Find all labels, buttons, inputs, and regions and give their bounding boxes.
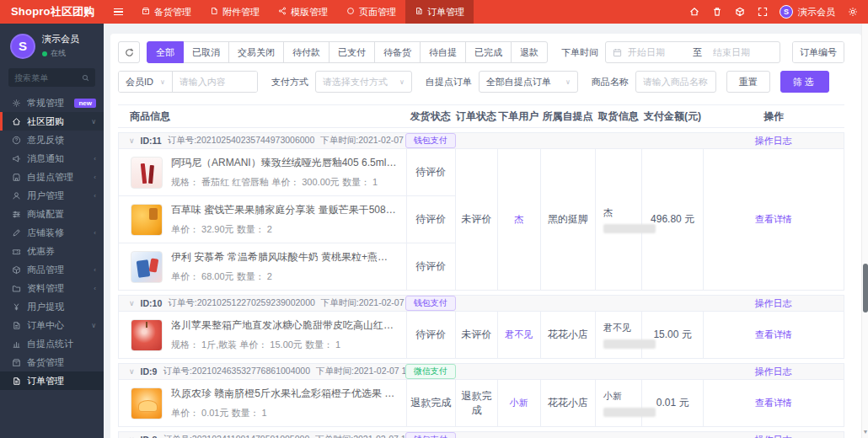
top-nav-item-4[interactable]: 页面管理: [337, 0, 405, 24]
status-tab-9[interactable]: 退款: [511, 41, 548, 63]
top-nav-item-2[interactable]: 附件管理: [201, 0, 269, 24]
fullscreen-icon[interactable]: [757, 7, 768, 18]
order-group-header: ∨ID:9订单号:202102463532776861004000下单时间:20…: [118, 363, 844, 380]
col-pickup-info: 取货信息: [595, 110, 641, 124]
product-title: 伊利 安慕希 常温希腊风味酸牛奶 黄桃果粒+燕麦颗粒200g*10盒/箱（新年年…: [171, 250, 398, 264]
sidebar-search-input[interactable]: [14, 73, 82, 83]
top-nav: 备货管理附件管理模版管理页面管理订单管理: [132, 0, 474, 24]
status-tab-7[interactable]: 待自提: [420, 41, 466, 63]
view-detail-link[interactable]: 查看详情: [755, 328, 792, 341]
spacer-cell: [540, 133, 595, 148]
view-detail-link[interactable]: 查看详情: [755, 397, 792, 409]
stats-icon: [11, 339, 21, 349]
member-id-select[interactable]: 会员ID ∨: [119, 72, 173, 92]
pickup-phone-blurred: [603, 408, 656, 417]
sidebar-item-16[interactable]: 订单管理: [0, 371, 104, 390]
sidebar-item-5[interactable]: 自提点管理‹: [0, 168, 104, 186]
operation-log-link[interactable]: 操作日志: [755, 366, 792, 378]
sidebar-item-7[interactable]: 商城配置: [0, 205, 104, 223]
goods-name-input[interactable]: [635, 71, 716, 93]
sidebar-item-label: 自提点管理: [27, 171, 90, 184]
operation-log-link[interactable]: 操作日志: [755, 297, 792, 310]
top-nav-item-1[interactable]: 备货管理: [132, 0, 201, 24]
pay-badge: 钱包支付: [405, 296, 456, 311]
sidebar-item-14[interactable]: 自提点统计: [0, 334, 104, 353]
filter-button[interactable]: 筛选: [780, 71, 829, 93]
sidebar-item-15[interactable]: 备货管理: [0, 353, 104, 371]
trash-icon[interactable]: [711, 7, 722, 18]
order-items: 洛川苹果整箱产地直发冰糖心脆甜带皮吃高山红富士水果 75-80mm精品果带箱5斤…: [118, 312, 844, 359]
sidebar-item-4[interactable]: 消息通知‹: [0, 149, 104, 168]
member-id-input[interactable]: [173, 72, 257, 92]
status-tab-4[interactable]: 待付款: [283, 41, 330, 63]
pay-method-label: 支付方式: [271, 76, 308, 88]
date-start-input[interactable]: [622, 47, 688, 57]
status-tab-5[interactable]: 已支付: [329, 41, 375, 63]
operation-log-link[interactable]: 操作日志: [755, 135, 792, 147]
order-summary: ∨ID:10订单号:202102512270259239002000下单时间:2…: [119, 297, 406, 309]
date-range-picker[interactable]: 至: [605, 41, 780, 63]
main-area: 全部已取消交易关闭待付款已支付待备货待自提已完成退款 下单时间 至 订单编号 ∨: [104, 24, 868, 438]
pickup-name: 君不见: [603, 322, 631, 334]
top-nav-item-3[interactable]: 模版管理: [269, 0, 337, 24]
operation-log-link[interactable]: 操作日志: [755, 434, 792, 438]
status-tab-6[interactable]: 待备货: [374, 41, 421, 63]
sidebar-item-6[interactable]: 用户管理‹: [0, 186, 104, 205]
col-pickup-point: 所属自提点: [540, 110, 596, 124]
buyer-cell: 君不见: [497, 312, 540, 358]
spacer-cell: [595, 364, 641, 379]
menu-toggle-icon[interactable]: [107, 0, 129, 24]
buyer-link[interactable]: 杰: [514, 213, 523, 226]
pay-method-select[interactable]: 请选择支付方式 ∨: [315, 71, 412, 93]
home-icon[interactable]: [689, 7, 699, 18]
store-icon: [11, 172, 21, 182]
chevron-down-icon[interactable]: ∨: [129, 367, 135, 376]
order-items: 阿玛尼（ARMANI）臻致丝绒哑光唇釉405 6.5ml（番茄红 红管唇釉 口红…: [118, 149, 844, 291]
status-tab-3[interactable]: 交易关闭: [228, 41, 284, 63]
chevron-down-icon: ∨: [91, 118, 96, 126]
pickup-info-cell: 君不见: [595, 312, 641, 358]
filter-row-2: 会员ID ∨ 支付方式 请选择支付方式 ∨ 自提点订单 全部自提点订单 ∨: [118, 71, 844, 93]
sidebar-item-11[interactable]: 资料管理‹: [0, 279, 104, 297]
sidebar-item-9[interactable]: 优惠券: [0, 242, 104, 260]
user-menu[interactable]: S 演示会员: [780, 5, 835, 19]
sidebar-item-13[interactable]: 订单中心∨: [0, 316, 104, 334]
product-cell: 玖原农珍 赣南脐橙5斤水果礼盒彩箱橙子优选果 单果120-160g单价： 0.0…: [119, 380, 406, 426]
pickup-order-label: 自提点订单: [426, 76, 472, 88]
apple-product-image: [131, 319, 163, 351]
sidebar-item-8[interactable]: 店铺装修‹: [0, 223, 104, 242]
sidebar-item-3[interactable]: 意见反馈: [0, 131, 104, 149]
pickup-order-select[interactable]: 全部自提点订单 ∨: [479, 71, 578, 93]
chevron-down-icon: ∨: [565, 78, 571, 86]
pickup-point-cell: 黑的挺脚: [540, 149, 595, 290]
buyer-link[interactable]: 小新: [510, 397, 528, 409]
col-order-status: 订单状态: [455, 110, 497, 124]
chevron-down-icon[interactable]: ∨: [129, 299, 135, 307]
order-no-select[interactable]: 订单编号 ∨: [793, 42, 844, 62]
view-detail-link[interactable]: 查看详情: [755, 213, 792, 226]
top-nav-item-5[interactable]: 订单管理: [405, 0, 474, 24]
sidebar-user-block[interactable]: S 演示会员 在线: [0, 24, 104, 67]
product-cell: 洛川苹果整箱产地直发冰糖心脆甜带皮吃高山红富士水果 75-80mm精品果带箱5斤…: [119, 312, 406, 358]
buyer-link[interactable]: 君不见: [505, 328, 533, 341]
cache-icon[interactable]: [734, 7, 745, 18]
refresh-button[interactable]: [118, 41, 140, 63]
sidebar-item-1[interactable]: 常规管理new: [0, 93, 104, 112]
sidebar-item-2[interactable]: 社区团购∨: [0, 112, 104, 131]
order-group: ∨ID:8订单号:202102411991479591005000下单时间:20…: [118, 431, 844, 438]
top-nav-label: 模版管理: [291, 6, 328, 19]
scrollbar-thumb[interactable]: [863, 264, 868, 312]
chevron-down-icon[interactable]: ∨: [129, 136, 135, 145]
date-end-input[interactable]: [707, 47, 773, 57]
sidebar-item-12[interactable]: 用户提现: [0, 297, 104, 316]
status-tab-8[interactable]: 已完成: [465, 41, 512, 63]
sidebar-item-10[interactable]: 商品管理‹: [0, 260, 104, 279]
status-tab-2[interactable]: 已取消: [183, 41, 229, 63]
gear-icon[interactable]: [847, 7, 858, 18]
order-icon: [11, 320, 21, 330]
vertical-scrollbar[interactable]: ▼: [861, 24, 868, 438]
spacer-cell: [455, 364, 497, 379]
reset-button[interactable]: 重置: [726, 71, 770, 93]
status-tab-1[interactable]: 全部: [147, 41, 184, 63]
sidebar-search[interactable]: [8, 68, 95, 87]
